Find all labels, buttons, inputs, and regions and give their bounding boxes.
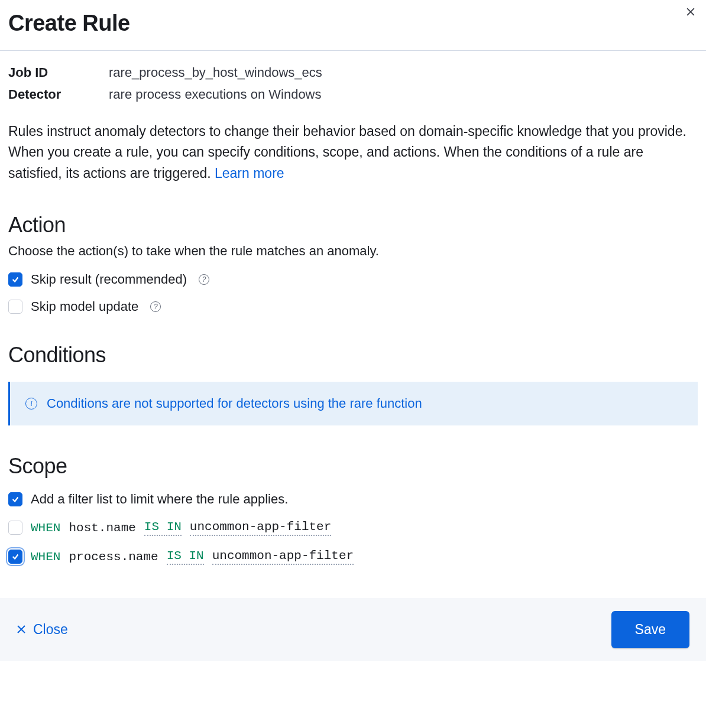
- skip-model-checkbox[interactable]: [8, 300, 22, 314]
- scope-field: host.name: [69, 521, 135, 535]
- help-icon[interactable]: ?: [150, 301, 161, 312]
- dialog-content: Job ID rare_process_by_host_windows_ecs …: [0, 51, 706, 565]
- detector-label: Detector: [8, 83, 109, 105]
- scope-filter-select[interactable]: uncommon-app-filter: [212, 549, 354, 565]
- learn-more-link[interactable]: Learn more: [215, 165, 284, 181]
- close-label: Close: [33, 622, 68, 638]
- info-icon: i: [25, 398, 37, 410]
- meta-job-id: Job ID rare_process_by_host_windows_ecs: [8, 61, 698, 83]
- conditions-heading: Conditions: [8, 343, 698, 368]
- meta-detector: Detector rare process executions on Wind…: [8, 83, 698, 105]
- help-icon[interactable]: ?: [199, 274, 209, 285]
- scope-op-select[interactable]: IS IN: [144, 520, 182, 536]
- dialog-header: Create Rule: [0, 0, 706, 51]
- close-button[interactable]: Close: [17, 622, 68, 638]
- scope-filter-select[interactable]: uncommon-app-filter: [190, 520, 331, 536]
- conditions-callout: i Conditions are not supported for detec…: [8, 382, 698, 425]
- scope-field: process.name: [69, 550, 158, 564]
- scope-rows: WHEN host.name IS IN uncommon-app-filter…: [8, 520, 698, 565]
- scope-add-filter-label: Add a filter list to limit where the rul…: [31, 492, 288, 507]
- scope-host-checkbox[interactable]: [8, 521, 22, 535]
- dialog-title: Create Rule: [8, 11, 698, 36]
- job-id-label: Job ID: [8, 61, 109, 83]
- skip-result-row: Skip result (recommended) ?: [8, 272, 698, 287]
- scope-process-checkbox[interactable]: [8, 550, 22, 564]
- intro-body: Rules instruct anomaly detectors to chan…: [8, 124, 686, 181]
- skip-model-row: Skip model update ?: [8, 299, 698, 314]
- scope-add-filter-row: Add a filter list to limit where the rul…: [8, 492, 698, 507]
- scope-row-process: WHEN process.name IS IN uncommon-app-fil…: [8, 549, 698, 565]
- scope-heading: Scope: [8, 454, 698, 479]
- scope-op-select[interactable]: IS IN: [167, 549, 204, 565]
- save-button[interactable]: Save: [611, 611, 689, 648]
- intro-text: Rules instruct anomaly detectors to chan…: [8, 121, 698, 184]
- job-id-value: rare_process_by_host_windows_ecs: [109, 61, 322, 83]
- skip-result-checkbox[interactable]: [8, 272, 22, 287]
- when-keyword: WHEN: [31, 521, 60, 535]
- skip-model-label: Skip model update: [31, 299, 138, 314]
- scope-row-host: WHEN host.name IS IN uncommon-app-filter: [8, 520, 698, 536]
- when-keyword: WHEN: [31, 550, 60, 564]
- action-heading: Action: [8, 213, 698, 238]
- create-rule-dialog: Create Rule Job ID rare_process_by_host_…: [0, 0, 706, 661]
- detector-value: rare process executions on Windows: [109, 83, 322, 105]
- close-icon[interactable]: [682, 4, 699, 22]
- action-subheading: Choose the action(s) to take when the ru…: [8, 243, 698, 259]
- dialog-footer: Close Save: [0, 598, 706, 661]
- skip-result-label: Skip result (recommended): [31, 272, 187, 287]
- conditions-callout-text: Conditions are not supported for detecto…: [47, 396, 422, 411]
- scope-add-filter-checkbox[interactable]: [8, 492, 22, 506]
